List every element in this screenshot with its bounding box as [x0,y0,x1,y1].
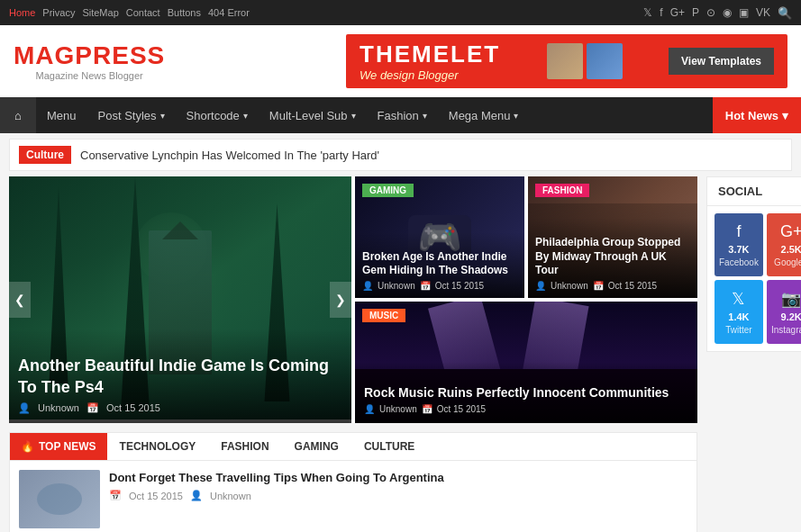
featured-main-title: Another Beautiful Indie Game Is Coming T… [18,356,342,398]
gaming-author-icon: 👤 [362,281,373,291]
featured-top-row: 🎮 GAMING Broken Age Is Another Indie Gem… [355,176,697,298]
logo-part1: MAG [14,41,75,69]
top-bar: Home Privacy SiteMap Contact Buttons 404… [0,0,801,25]
tab-article-1: Dont Forget These Travelling Tips When G… [19,470,687,528]
tabs-content: Dont Forget These Travelling Tips When G… [10,461,696,532]
music-date-icon: 📅 [422,404,432,414]
twitter-icon: 𝕏 [732,289,745,309]
tab-article-1-author: Unknown [210,491,251,501]
tab-top-news[interactable]: 🔥 TOP NEWS [10,433,107,460]
tab-top-news-label: TOP NEWS [39,440,96,453]
social-box: SOCIAL f 3.7K Facebook G+ 2.5K Google+ 𝕏… [706,176,801,352]
fashion-card-meta: 👤 Unknown 📅 Oct 15 2015 [535,281,690,291]
facebook-count: 3.7K [728,244,749,255]
nav-404-link[interactable]: 404 Error [208,7,250,18]
googleplus-icon: G+ [780,222,801,241]
tab-article-1-meta: 📅 Oct 15 2015 👤 Unknown [109,490,687,501]
fashion-author: Unknown [551,281,588,291]
gaming-author: Unknown [378,281,415,291]
tabs-header: 🔥 TOP NEWS TECHNOLOGY FASHION GAMING CUL… [10,433,696,461]
tab-fire-icon: 🔥 [21,440,34,453]
nav-mega-menu[interactable]: Mega Menu▾ [438,97,530,133]
twitter-topbar-icon[interactable]: 𝕏 [643,6,652,19]
nav-privacy-link[interactable]: Privacy [42,7,75,18]
googleplus-count: 2.5K [781,244,801,255]
nav-shortcode[interactable]: Shortcode▾ [176,97,259,133]
nav-multilevel[interactable]: Mult-Level Sub▾ [259,97,367,133]
gaming-badge: GAMING [362,184,414,197]
tab-article-1-thumb [19,470,100,528]
logo-part2: PRESS [75,41,165,69]
fashion-badge: FASHION [535,184,589,197]
social-box-header: SOCIAL [707,177,801,206]
ad-banner[interactable]: THEMELET We design Blogger View Template… [346,34,787,88]
main-wrapper: ❮ ❯ Another Beautiful Indie Game Is Comi… [0,176,801,532]
ad-brand-sub: We design Blogger [360,68,500,82]
top-bar-nav: Home Privacy SiteMap Contact Buttons 404… [9,7,250,18]
music-card-info: Rock Music Ruins Perfectly Innocent Comm… [355,362,697,423]
breaking-news-label: Culture [19,146,71,164]
googleplus-social-button[interactable]: G+ 2.5K Google+ [767,213,801,276]
sidebar: SOCIAL f 3.7K Facebook G+ 2.5K Google+ 𝕏… [706,176,801,532]
breaking-news-text: Conservative Lynchpin Has Welcomed In Th… [80,149,379,162]
googleplus-topbar-icon[interactable]: G+ [670,6,685,19]
music-date: Oct 15 2015 [437,404,486,414]
breaking-news-bar: Culture Conservative Lynchpin Has Welcom… [9,139,792,171]
ad-view-templates-button[interactable]: View Templates [669,48,774,75]
search-topbar-icon[interactable]: 🔍 [778,6,792,20]
tab-technology[interactable]: TECHNOLOGY [107,433,209,460]
music-author: Unknown [379,404,417,414]
music-author-icon: 👤 [364,404,375,414]
featured-prev-button[interactable]: ❮ [9,282,31,318]
tab-article-1-info: Dont Forget These Travelling Tips When G… [109,470,687,528]
site-logo[interactable]: MAGPRESS Magazine News Blogger [14,41,165,81]
feedly-topbar-icon[interactable]: ▣ [739,6,749,19]
featured-main-card[interactable]: ❮ ❯ Another Beautiful Indie Game Is Comi… [9,176,351,423]
reddit-topbar-icon[interactable]: ◉ [723,6,732,19]
facebook-social-button[interactable]: f 3.7K Facebook [715,213,763,276]
nav-post-styles-arrow: ▾ [160,111,165,121]
twitter-label: Twitter [725,325,751,335]
tab-gaming[interactable]: GAMING [282,433,351,460]
github-topbar-icon[interactable]: ⊙ [706,6,715,19]
nav-items: Menu Post Styles▾ Shortcode▾ Mult-Level … [36,97,529,133]
music-card-meta: 👤 Unknown 📅 Oct 15 2015 [364,404,688,414]
vk-topbar-icon[interactable]: VK [756,6,770,19]
tab-article-1-title[interactable]: Dont Forget These Travelling Tips When G… [109,470,687,486]
featured-next-button[interactable]: ❯ [330,282,351,318]
nav-contact-link[interactable]: Contact [126,7,160,18]
gaming-date-icon: 📅 [420,281,431,291]
tab-culture[interactable]: CULTURE [351,433,427,460]
fashion-date-icon: 📅 [593,281,604,291]
facebook-topbar-icon[interactable]: f [660,6,662,19]
tab-fashion[interactable]: FASHION [208,433,281,460]
nav-post-styles[interactable]: Post Styles▾ [87,97,176,133]
nav-home-link[interactable]: Home [9,7,35,18]
featured-music-card[interactable]: MUSIC Rock Music Ruins Perfectly Innocen… [355,302,697,423]
nav-shortcode-arrow: ▾ [243,111,248,121]
nav-hot-news[interactable]: Hot News ▾ [713,97,801,133]
nav-fashion[interactable]: Fashion▾ [367,97,438,133]
featured-gaming-card[interactable]: 🎮 GAMING Broken Age Is Another Indie Gem… [355,176,524,298]
fashion-card-title: Philadelphia Group Stopped By Midway Thr… [535,236,690,278]
facebook-label: Facebook [719,257,759,267]
featured-fashion-card[interactable]: FASHION Philadelphia Group Stopped By Mi… [528,176,697,298]
instagram-social-button[interactable]: 📷 9.2K Instagram [767,280,801,344]
twitter-social-button[interactable]: 𝕏 1.4K Twitter [715,280,763,344]
nav-home-button[interactable]: ⌂ [0,97,36,133]
nav-fashion-arrow: ▾ [423,111,427,121]
nav-buttons-link[interactable]: Buttons [168,7,201,18]
featured-main-author-icon: 👤 [18,402,31,413]
ad-thumb-2 [587,43,623,79]
gaming-card-info: Broken Age Is Another Indie Gem Hiding I… [355,232,524,298]
googleplus-label: Google+ [774,257,801,267]
featured-grid: ❮ ❯ Another Beautiful Indie Game Is Comi… [9,176,697,423]
nav-menu[interactable]: Menu [36,97,87,133]
facebook-icon: f [736,222,741,241]
fashion-author-icon: 👤 [535,281,546,291]
pinterest-topbar-icon[interactable]: P [692,6,699,19]
nav-sitemap-link[interactable]: SiteMap [82,7,118,18]
logo-text: MAGPRESS [14,41,165,70]
ad-thumbnails [547,43,623,79]
gaming-card-meta: 👤 Unknown 📅 Oct 15 2015 [362,281,517,291]
